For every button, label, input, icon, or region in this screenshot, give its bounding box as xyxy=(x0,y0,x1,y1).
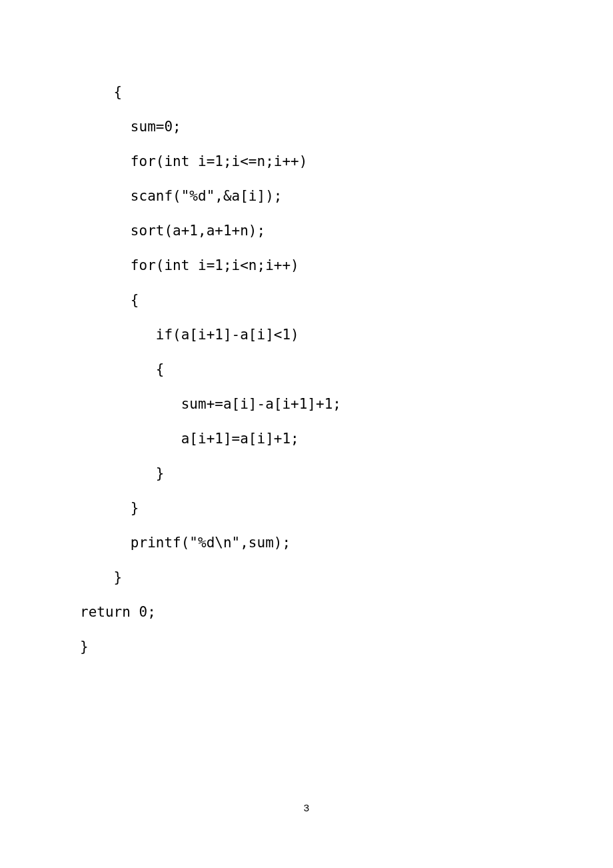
code-line: if(a[i+1]-a[i]<1) xyxy=(80,317,533,352)
code-line: { xyxy=(80,352,533,387)
code-line: for(int i=1;i<=n;i++) xyxy=(80,144,533,179)
code-line: { xyxy=(80,75,533,109)
code-block: { sum=0; for(int i=1;i<=n;i++) scanf("%d… xyxy=(0,0,613,664)
code-line: } xyxy=(80,491,533,525)
code-line: } xyxy=(80,629,533,664)
code-line: { xyxy=(80,283,533,317)
code-line: printf("%d\n",sum); xyxy=(80,525,533,560)
code-line: a[i+1]=a[i]+1; xyxy=(80,421,533,456)
page-number: 3 xyxy=(0,802,613,813)
code-line: for(int i=1;i<n;i++) xyxy=(80,248,533,283)
code-line: } xyxy=(80,560,533,595)
code-line: scanf("%d",&a[i]); xyxy=(80,179,533,213)
code-line: } xyxy=(80,456,533,491)
code-line: sum+=a[i]-a[i+1]+1; xyxy=(80,387,533,421)
code-line: return 0; xyxy=(80,595,533,629)
code-line: sort(a+1,a+1+n); xyxy=(80,213,533,248)
code-line: sum=0; xyxy=(80,109,533,144)
